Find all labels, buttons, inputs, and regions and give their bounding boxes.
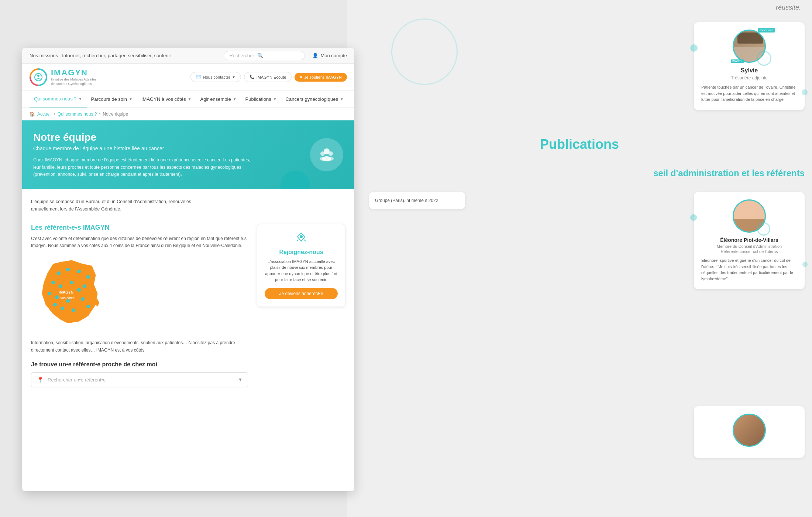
person-card-bottom [694, 406, 805, 458]
person-card-eleonore: Éléonore Piot-de-Villars Membre du Conse… [694, 192, 805, 289]
search-bar[interactable]: Rechercher 🔍 [224, 51, 305, 60]
breadcrumb-section[interactable]: Qui sommes nous ? [58, 112, 97, 117]
svg-point-5 [320, 151, 325, 156]
sylvie-desc: Patiente touchée par un cancer de l'ovai… [701, 84, 797, 103]
nav-item-agir[interactable]: Agir ensemble ▼ [196, 91, 241, 107]
main-content: L'équipe se compose d'un Bureau et d'un … [22, 189, 354, 396]
chevron-contact-icon: ▼ [232, 75, 235, 79]
svg-point-23 [66, 299, 70, 303]
nav-item-imagyn[interactable]: IMAGYN à vos côtés ▼ [137, 91, 196, 107]
home-icon: 🏠 [30, 112, 35, 117]
section-heading: seil d'administration et les référents [653, 168, 805, 178]
large-teal-ring [391, 18, 458, 85]
join-button[interactable]: Je deviens adhérent•e [265, 288, 338, 299]
svg-point-16 [83, 284, 86, 288]
eleonore-avatar-ring [757, 222, 770, 236]
nav-item-publications[interactable]: Publications ▼ [241, 91, 281, 107]
header-buttons: ✉️ Nous contacter ▼ 📞 IMAGYN Écoute ♥ Je… [190, 72, 347, 82]
logo-icon [30, 68, 47, 86]
eleonore-role2: Référente cancer col de l'utérus [701, 249, 797, 254]
avatar-ring [757, 51, 771, 66]
referent-search-box[interactable]: 📍 Rechercher un•e référent•e ▼ [31, 372, 248, 387]
chevron-publications-icon: ▼ [273, 97, 277, 101]
join-card: Rejoignez-nous L'association IMAGYN accu… [257, 224, 345, 307]
breadcrumb-home[interactable]: Accueil [37, 112, 52, 117]
contact-button[interactable]: ✉️ Nous contacter ▼ [190, 72, 241, 82]
hero-section: Notre équipe Chaque membre de l'équipe a… [22, 120, 354, 189]
left-column: Les référent•e•s IMAGYN C'est avec volon… [31, 224, 248, 387]
group-card: Groupe (Paris). nt même s 2022 [369, 192, 465, 209]
svg-point-6 [328, 151, 333, 156]
svg-text:IMAGYN: IMAGYN [59, 290, 73, 294]
referents-title: Les référent•e•s IMAGYN [31, 224, 248, 232]
svg-point-24 [81, 297, 85, 301]
top-right-text: réussite. [776, 4, 801, 11]
site-header: IMAGYN Initiative des Malades Atteintes … [22, 64, 354, 91]
chevron-imagyn-icon: ▼ [188, 97, 192, 101]
teal-dot-2 [802, 89, 808, 95]
browser-window: Nos missions : Informer, rechercher, par… [22, 48, 354, 491]
two-column-layout: Les référent•e•s IMAGYN C'est avec volon… [31, 224, 345, 387]
svg-point-21 [48, 292, 51, 295]
svg-point-28 [53, 303, 57, 307]
svg-point-29 [300, 235, 303, 238]
ecoute-button[interactable]: 📞 IMAGYN Écoute [244, 72, 292, 82]
logo-area[interactable]: IMAGYN Initiative des Malades Atteintes … [30, 68, 97, 86]
nav-item-cancers[interactable]: Cancers gynécologiques ▼ [281, 91, 348, 107]
france-map-container: IMAGYN à vos côtés [31, 257, 248, 332]
search-placeholder-text: Rechercher [229, 53, 254, 58]
phone-icon: 📞 [250, 75, 255, 79]
location-icon: 📍 [37, 376, 44, 383]
chevron-cancers-icon: ▼ [340, 97, 344, 101]
eleonore-name: Éléonore Piot-de-Villars [701, 237, 797, 243]
chevron-qui-icon: ▼ [79, 97, 82, 101]
svg-text:à vos côtés: à vos côtés [58, 296, 75, 300]
breadcrumb-current: Notre équipe [103, 112, 128, 117]
hero-title: Notre équipe [33, 131, 343, 143]
nav-item-qui[interactable]: Qui sommes nous ? ▼ [30, 91, 87, 107]
svg-point-9 [328, 157, 334, 161]
right-panel: réussite. cancerova IMAGYN [347, 0, 812, 517]
logo-text: IMAGYN Initiative des Malades Atteintes … [51, 68, 97, 86]
right-column: Rejoignez-nous L'association IMAGYN accu… [257, 224, 345, 313]
group-text: Groupe (Paris). nt même s 2022 [375, 198, 459, 203]
svg-point-18 [59, 284, 62, 288]
svg-point-26 [72, 308, 75, 312]
sylvie-name: Sylvie [701, 67, 797, 74]
sylvie-role: Trésorière adjointe [701, 75, 797, 81]
account-link[interactable]: 👤 Mon compte [312, 53, 347, 58]
person-card-sylvie: cancerova IMAGYN Sylvie Trésorière adjoi… [694, 22, 805, 110]
svg-point-14 [77, 270, 81, 273]
teal-dot-4 [802, 262, 808, 267]
browser-top-bar: Nos missions : Informer, rechercher, par… [22, 48, 354, 64]
logo-subtitle-1: Initiative des Malades Atteintes [51, 78, 97, 82]
join-icon [265, 232, 338, 245]
bottom-avatar [733, 414, 766, 447]
imagyn-badge: IMAGYN [731, 59, 744, 63]
email-icon: ✉️ [196, 75, 201, 79]
nav-item-parcours[interactable]: Parcours de soin ▼ [87, 91, 137, 107]
svg-point-8 [320, 157, 326, 161]
heart-icon: ♥ [300, 75, 302, 79]
sylvie-avatar-wrapper: cancerova IMAGYN [733, 30, 766, 63]
svg-point-25 [86, 305, 90, 308]
breadcrumb-sep-1: › [54, 112, 55, 117]
hero-body: Chez IMAGYN, chaque membre de l'équipe e… [33, 157, 255, 178]
france-map-svg: IMAGYN à vos côtés [31, 257, 112, 331]
logo-subtitle-2: de cancers Gynécologiques [51, 82, 97, 86]
svg-point-19 [70, 281, 73, 284]
chevron-parcours-icon: ▼ [129, 97, 133, 101]
referents-body2: Information, sensibilisation, organisati… [31, 339, 248, 353]
breadcrumb: 🏠 Accueil › Qui sommes nous ? › Notre éq… [22, 108, 354, 120]
svg-point-20 [77, 288, 81, 292]
eleonore-avatar-wrapper [733, 199, 766, 233]
svg-point-15 [86, 275, 90, 279]
cancerova-badge: cancerova [758, 28, 775, 32]
join-body: L'association IMAGYN accueille avec plai… [265, 258, 338, 283]
svg-point-27 [61, 307, 64, 310]
referent-search-section: Je trouve un•e référent•e proche de chez… [31, 361, 248, 387]
teal-dot-1 [690, 44, 698, 52]
eleonore-desc: Eléonore, sportive et guérie d'un cancer… [701, 257, 797, 282]
referent-search-title: Je trouve un•e référent•e proche de chez… [31, 361, 248, 368]
soutiens-button[interactable]: ♥ Je soutiens IMAGYN [295, 73, 347, 82]
